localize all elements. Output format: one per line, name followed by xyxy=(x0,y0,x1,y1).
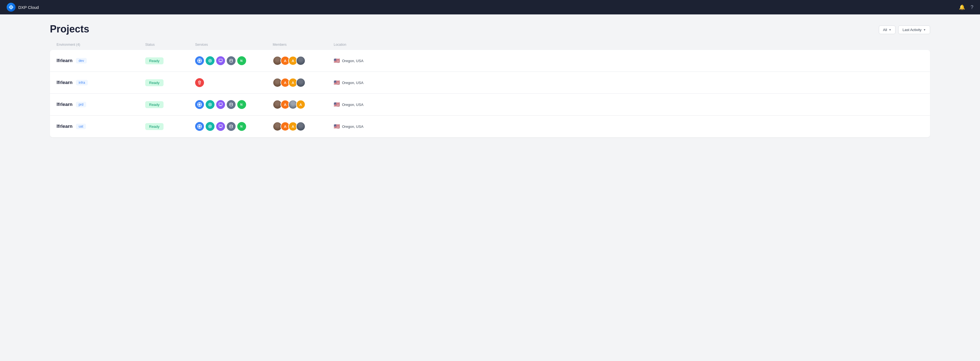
status-badge: Ready xyxy=(145,123,164,130)
service-icon-search xyxy=(206,100,215,109)
help-icon[interactable]: ? xyxy=(970,5,974,10)
col-status: Status xyxy=(145,43,195,46)
service-icon-search xyxy=(206,122,215,131)
services-cell xyxy=(195,78,273,87)
location-cell: 🇺🇸 Oregon, USA xyxy=(334,102,389,108)
svg-text:N: N xyxy=(240,125,242,128)
status-cell: Ready xyxy=(145,101,195,108)
navbar-left: DXP Cloud xyxy=(6,3,39,12)
service-icon-liferay xyxy=(195,56,204,65)
notification-icon[interactable]: 🔔 xyxy=(959,4,965,10)
app-title: DXP Cloud xyxy=(18,5,39,10)
service-icon-db xyxy=(227,56,235,65)
project-name: lfrlearn xyxy=(57,58,73,64)
project-name: lfrlearn xyxy=(57,124,73,129)
avatar xyxy=(296,78,305,87)
project-name-cell: lfrlearn prd xyxy=(57,102,145,107)
table-row[interactable]: lfrlearn dev Ready xyxy=(50,50,930,72)
flag-icon: 🇺🇸 xyxy=(334,102,340,108)
flag-icon: 🇺🇸 xyxy=(334,80,340,86)
svg-point-18 xyxy=(230,103,232,105)
service-icon-liferay xyxy=(195,122,204,131)
svg-point-12 xyxy=(199,82,200,83)
services-cell: N xyxy=(195,100,273,109)
status-badge: Ready xyxy=(145,101,164,108)
filter-all-button[interactable]: All ▼ xyxy=(879,25,896,34)
service-icon-chat xyxy=(216,56,225,65)
services-cell: N xyxy=(195,122,273,131)
svg-text:N: N xyxy=(240,103,242,106)
members-cell: A A xyxy=(273,78,334,87)
service-icon-chat xyxy=(216,122,225,131)
svg-point-9 xyxy=(230,59,232,61)
project-name: lfrlearn xyxy=(57,102,73,107)
status-cell: Ready xyxy=(145,123,195,130)
svg-text:N: N xyxy=(240,59,242,62)
status-cell: Ready xyxy=(145,57,195,64)
navbar-right: 🔔 ? xyxy=(959,4,974,10)
col-members: Members xyxy=(273,43,334,46)
env-tag: uat xyxy=(76,124,86,129)
header-controls: All ▼ Last Activity ▼ xyxy=(879,25,930,34)
location-cell: 🇺🇸 Oregon, USA xyxy=(334,80,389,86)
service-icon-nginx: N xyxy=(237,122,246,131)
filter-activity-button[interactable]: Last Activity ▼ xyxy=(898,25,930,34)
flag-icon: 🇺🇸 xyxy=(334,123,340,129)
avatar: A xyxy=(296,100,305,109)
app-logo[interactable] xyxy=(6,3,16,12)
status-badge: Ready xyxy=(145,57,164,64)
avatar xyxy=(296,56,305,65)
location-text: Oregon, USA xyxy=(342,124,363,129)
col-environment: Environment (4) xyxy=(57,43,145,46)
status-badge: Ready xyxy=(145,79,164,86)
env-tag: prd xyxy=(76,102,86,107)
main-content: Projects All ▼ Last Activity ▼ Environme… xyxy=(0,0,980,148)
members-cell: A A xyxy=(273,100,334,109)
members-cell: A A xyxy=(273,122,334,131)
service-icon-nginx: N xyxy=(237,100,246,109)
table-row[interactable]: lfrlearn infra Ready A A xyxy=(50,72,930,94)
project-name: lfrlearn xyxy=(57,80,73,85)
table-row[interactable]: lfrlearn prd Ready xyxy=(50,94,930,116)
location-text: Oregon, USA xyxy=(342,59,363,63)
table-row[interactable]: lfrlearn uat Ready xyxy=(50,116,930,137)
service-icon-infra xyxy=(195,78,204,87)
project-name-cell: lfrlearn dev xyxy=(57,58,145,64)
members-cell: A A xyxy=(273,56,334,65)
location-text: Oregon, USA xyxy=(342,81,363,85)
location-cell: 🇺🇸 Oregon, USA xyxy=(334,123,389,129)
project-name-cell: lfrlearn uat xyxy=(57,124,145,129)
location-text: Oregon, USA xyxy=(342,103,363,107)
table-header: Environment (4) Status Services Members … xyxy=(50,40,930,49)
status-cell: Ready xyxy=(145,79,195,86)
service-icon-liferay xyxy=(195,100,204,109)
page-title: Projects xyxy=(50,23,89,35)
svg-rect-17 xyxy=(219,103,222,105)
project-name-cell: lfrlearn infra xyxy=(57,80,145,85)
location-cell: 🇺🇸 Oregon, USA xyxy=(334,58,389,64)
col-services: Services xyxy=(195,43,273,46)
avatar xyxy=(296,122,305,131)
navbar: DXP Cloud 🔔 ? xyxy=(0,0,980,14)
chevron-down-icon: ▼ xyxy=(923,28,926,31)
svg-rect-24 xyxy=(219,125,222,127)
service-icon-search xyxy=(206,56,215,65)
service-icon-nginx: N xyxy=(237,56,246,65)
flag-icon: 🇺🇸 xyxy=(334,58,340,64)
service-icon-db xyxy=(227,122,235,131)
services-cell: N xyxy=(195,56,273,65)
chevron-down-icon: ▼ xyxy=(889,28,892,31)
service-icon-db xyxy=(227,100,235,109)
env-tag: infra xyxy=(76,80,88,85)
svg-rect-8 xyxy=(219,59,222,62)
env-tag: dev xyxy=(76,58,87,64)
service-icon-chat xyxy=(216,100,225,109)
page-header: Projects All ▼ Last Activity ▼ xyxy=(50,14,930,40)
svg-point-25 xyxy=(230,125,232,126)
col-location: Location xyxy=(334,43,389,46)
projects-card: lfrlearn dev Ready xyxy=(50,50,930,137)
